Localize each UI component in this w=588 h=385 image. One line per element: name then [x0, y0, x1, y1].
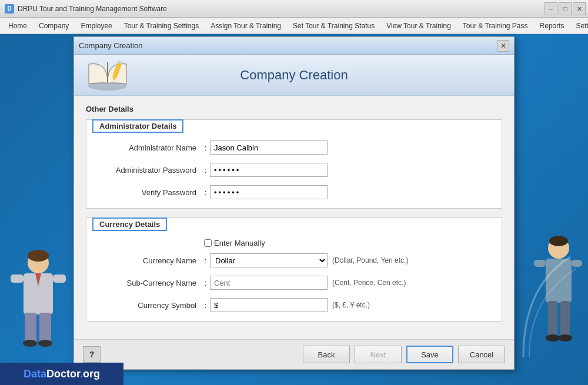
- svg-rect-15: [534, 260, 546, 267]
- minimize-button[interactable]: ─: [544, 2, 557, 15]
- cancel-button[interactable]: Cancel: [458, 346, 505, 363]
- menu-home[interactable]: Home: [2, 19, 33, 32]
- menu-reports[interactable]: Reports: [534, 19, 570, 32]
- currency-details-section: Currency Details Enter Manually Currency…: [86, 217, 502, 322]
- svg-rect-16: [572, 260, 582, 267]
- sub-currency-name-label: Sub-Currency Name: [95, 279, 201, 287]
- svg-point-11: [549, 236, 568, 246]
- company-creation-dialog: Company Creation ✕ Company: [74, 36, 514, 370]
- menu-bar: Home Company Employee Tour & Training Se…: [0, 18, 588, 34]
- verify-password-row: Verify Password :: [95, 185, 493, 199]
- footer-left: ?: [83, 346, 101, 363]
- svg-rect-4: [39, 313, 51, 342]
- footer-buttons: Back Next Save Cancel: [303, 346, 505, 363]
- currency-name-row: Currency Name : Dollar Pound Yen Euro Ru…: [95, 253, 493, 267]
- brand-org: org: [83, 368, 100, 380]
- dialog-content: Other Details Administrator Details Admi…: [74, 96, 514, 339]
- sub-currency-name-input[interactable]: [210, 276, 328, 290]
- next-button[interactable]: Next: [355, 346, 402, 363]
- person-figure-right: [517, 227, 582, 363]
- currency-symbol-hint: ($, £, ¥ etc.): [332, 301, 370, 309]
- enter-manually-checkbox[interactable]: [204, 239, 212, 247]
- menu-pass[interactable]: Tour & Training Pass: [457, 19, 534, 32]
- svg-rect-14: [560, 301, 570, 336]
- help-button[interactable]: ?: [83, 346, 101, 363]
- svg-point-8: [23, 340, 37, 347]
- administrator-section-title: Administrator Details: [92, 119, 183, 133]
- enter-manually-row: Enter Manually: [204, 239, 493, 247]
- sub-currency-name-hint: (Cent, Pence, Cen etc.): [332, 279, 406, 287]
- admin-name-label: Administrator Name: [95, 143, 201, 152]
- enter-manually-text: Enter Manually: [214, 239, 265, 247]
- title-bar: D DRPU Tour and Training Management Soft…: [0, 0, 588, 18]
- menu-settings[interactable]: Settings: [570, 19, 588, 32]
- logo-icon: [86, 59, 130, 92]
- currency-symbol-label: Currency Symbol: [95, 301, 201, 310]
- app-title: DRPU Tour and Training Management Softwa…: [18, 5, 167, 13]
- menu-view-tour[interactable]: View Tour & Training: [380, 19, 457, 32]
- dialog-header: Company Creation: [74, 55, 514, 96]
- admin-password-label: Administrator Password: [95, 166, 201, 175]
- svg-point-17: [546, 334, 560, 342]
- dialog-titlebar: Company Creation ✕: [74, 37, 514, 55]
- currency-name-select[interactable]: Dollar Pound Yen Euro Rupee: [210, 253, 328, 267]
- enter-manually-label[interactable]: Enter Manually: [204, 239, 265, 247]
- brand-doctor: Doctor: [46, 368, 80, 380]
- administrator-form: Administrator Name : Administrator Passw…: [95, 140, 493, 199]
- currency-name-label: Currency Name: [95, 256, 201, 265]
- dialog-footer: ? Back Next Save Cancel: [74, 339, 514, 369]
- currency-form: Enter Manually Currency Name : Dollar Po…: [95, 239, 493, 312]
- save-button[interactable]: Save: [406, 346, 453, 363]
- decorative-right: [512, 34, 588, 363]
- admin-name-row: Administrator Name :: [95, 140, 493, 155]
- menu-set-status[interactable]: Set Tour & Training Status: [287, 19, 380, 32]
- sub-currency-name-row: Sub-Currency Name : (Cent, Pence, Cen et…: [95, 276, 493, 290]
- svg-rect-5: [11, 274, 24, 283]
- admin-password-input[interactable]: [210, 163, 328, 177]
- close-button[interactable]: ✕: [573, 2, 586, 15]
- brand-text: DataDoctor.org: [24, 368, 100, 380]
- currency-section-title: Currency Details: [92, 217, 167, 231]
- admin-password-row: Administrator Password :: [95, 163, 493, 177]
- verify-password-input[interactable]: [210, 185, 328, 199]
- currency-symbol-input[interactable]: [210, 298, 328, 312]
- dialog-close-button[interactable]: ✕: [497, 40, 509, 52]
- decorative-left: [0, 34, 76, 363]
- dialog-header-title: Company Creation: [240, 68, 348, 83]
- menu-company[interactable]: Company: [33, 19, 75, 32]
- brand-bar: DataDoctor.org: [0, 363, 123, 385]
- svg-rect-3: [25, 313, 36, 342]
- svg-point-1: [28, 250, 49, 262]
- currency-name-hint: (Dollar, Pound, Yen etc.): [332, 256, 408, 265]
- svg-point-18: [558, 334, 572, 342]
- currency-symbol-row: Currency Symbol : ($, £, ¥ etc.): [95, 298, 493, 312]
- person-figure-left: [6, 245, 71, 363]
- administrator-details-section: Administrator Details Administrator Name…: [86, 119, 502, 209]
- menu-employee[interactable]: Employee: [75, 19, 118, 32]
- svg-point-9: [38, 340, 52, 347]
- maximize-button[interactable]: □: [559, 2, 572, 15]
- dialog-logo: [86, 59, 133, 92]
- menu-tour-training-settings[interactable]: Tour & Training Settings: [118, 19, 205, 32]
- dialog-title-text: Company Creation: [79, 41, 142, 50]
- svg-rect-13: [548, 301, 557, 336]
- back-button[interactable]: Back: [303, 346, 350, 363]
- menu-assign-tour[interactable]: Assign Tour & Training: [205, 19, 287, 32]
- other-details-label: Other Details: [86, 105, 502, 113]
- verify-password-label: Verify Password: [95, 188, 201, 197]
- admin-name-input[interactable]: [210, 140, 328, 155]
- brand-data: Data: [24, 368, 46, 380]
- svg-rect-6: [53, 274, 66, 283]
- window-controls: ─ □ ✕: [544, 2, 586, 15]
- app-icon: D: [5, 4, 14, 14]
